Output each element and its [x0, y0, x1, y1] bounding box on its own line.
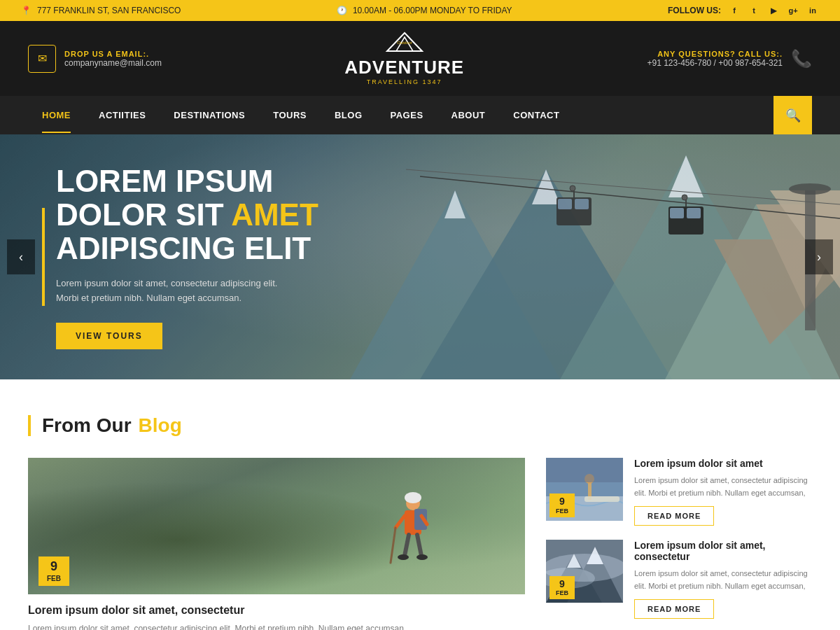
blog-side-content-1: Lorem ipsum dolor sit amet Lorem ipsum d…	[634, 458, 812, 526]
svg-line-34	[417, 535, 421, 556]
blog-side-desc-1: Lorem ipsum dolor sit amet, consectetur …	[634, 475, 812, 499]
blog-title-normal: From Our	[42, 414, 132, 437]
navigation: HOME ACTIITIES DESTINATIONS TOURS BLOG P…	[0, 96, 840, 134]
hero-title: LOREM IPSUM DOLOR SIT AMET ADIPISCING EL…	[56, 164, 318, 266]
blog-section-title: From Our Blog	[28, 414, 812, 437]
clock-icon: 🕐	[337, 6, 347, 15]
nav-tours[interactable]: TOURS	[259, 97, 321, 133]
hiker-illustration	[385, 489, 441, 580]
blog-side-image-2: 9 FEB	[546, 540, 623, 603]
hero-title-line1: LOREM IPSUM	[56, 164, 273, 198]
svg-rect-42	[584, 496, 620, 502]
header-phone: ANY QUESTIONS? CALL US:. +91 123-456-780…	[647, 49, 812, 69]
location-icon: 📍	[21, 6, 31, 15]
email-value: companyname@mail.com	[64, 58, 162, 68]
svg-rect-18	[575, 199, 589, 209]
blog-main-title: Lorem ipsum dolor sit amet, consectetur	[28, 604, 525, 617]
blog-main-desc: Lorem ipsum dolor sit amet, consectetur …	[28, 622, 525, 630]
blog-title-accent: Blog	[139, 414, 182, 437]
blog-main-article: 9 FEB Lorem ipsum dolor sit amet, consec…	[28, 458, 525, 630]
blog-side-month-2: FEB	[552, 589, 573, 597]
hero-illustration	[350, 134, 840, 379]
blog-side-date-1: 9 FEB	[550, 493, 575, 517]
facebook-icon[interactable]: f	[728, 4, 741, 17]
svg-line-14	[406, 169, 840, 204]
phone-icon: 📞	[791, 49, 812, 69]
blog-main-date-badge: 9 FEB	[38, 556, 69, 586]
googleplus-icon[interactable]: g+	[787, 4, 799, 17]
read-more-button-2[interactable]: READ MORE	[634, 599, 714, 619]
hours-text: 10.00AM - 06.00PM MONDAY TO FRIDAY	[353, 6, 512, 15]
hero-title-line2: DOLOR SIT	[56, 197, 231, 232]
svg-rect-17	[558, 199, 572, 209]
hero-section: LOREM IPSUM DOLOR SIT AMET ADIPISCING EL…	[0, 134, 840, 379]
phone-value: +91 123-456-780 / +00 987-654-321	[647, 58, 783, 68]
email-icon: ✉	[28, 45, 56, 73]
nav-items: HOME ACTIITIES DESTINATIONS TOURS BLOG P…	[28, 97, 573, 133]
blog-side-day-2: 9	[552, 578, 573, 590]
email-info: DROP US A EMAIL:. companyname@mail.com	[64, 50, 162, 68]
follow-label: FOLLOW US:	[668, 6, 721, 15]
youtube-icon[interactable]: ▶	[767, 4, 780, 17]
blog-grid: 9 FEB Lorem ipsum dolor sit amet, consec…	[28, 458, 812, 630]
nav-pages[interactable]: PAGES	[377, 97, 438, 133]
nav-about[interactable]: ABOUT	[438, 97, 500, 133]
hero-content: LOREM IPSUM DOLOR SIT AMET ADIPISCING EL…	[0, 164, 374, 350]
logo[interactable]: Outdoor ADVENTURE TRAVELLING 1347	[344, 31, 464, 85]
svg-line-31	[396, 516, 405, 528]
top-bar-social: FOLLOW US: f t ▶ g+ in	[668, 4, 819, 17]
section-title-bar	[28, 415, 31, 436]
svg-point-36	[416, 554, 428, 560]
blog-side-desc-2: Lorem ipsum dolor sit amet, consectetur …	[634, 568, 812, 592]
logo-brand-text: ADVENTURE	[344, 57, 464, 78]
top-bar-address: 📍 777 FRANKLIN ST, SAN FRANCISCO	[21, 6, 181, 15]
top-bar: 📍 777 FRANKLIN ST, SAN FRANCISCO 🕐 10.00…	[0, 0, 840, 21]
nav-blog[interactable]: BLOG	[321, 97, 377, 133]
blog-side-image-1: 9 FEB	[546, 458, 623, 521]
svg-text:Outdoor: Outdoor	[397, 41, 413, 45]
svg-point-28	[405, 492, 421, 503]
phone-info: ANY QUESTIONS? CALL US:. +91 123-456-780…	[647, 50, 783, 68]
hero-description: Lorem ipsum dolor sit amet, consectetur …	[56, 276, 280, 306]
nav-destinations[interactable]: DESTINATIONS	[160, 97, 259, 133]
address-text: 777 FRANKLIN ST, SAN FRANCISCO	[37, 6, 181, 15]
blog-main-day: 9	[41, 559, 66, 575]
nav-home[interactable]: HOME	[28, 97, 85, 133]
blog-side-articles: 9 FEB Lorem ipsum dolor sit amet Lorem i…	[546, 458, 812, 630]
blog-side-date-2: 9 FEB	[550, 576, 575, 600]
blog-side-article-2: 9 FEB Lorem ipsum dolor sit amet, consec…	[546, 540, 812, 619]
header-email: ✉ DROP US A EMAIL:. companyname@mail.com	[28, 45, 162, 73]
linkedin-icon[interactable]: in	[806, 4, 819, 17]
svg-line-37	[391, 528, 396, 563]
svg-point-19	[570, 186, 575, 191]
twitter-icon[interactable]: t	[748, 4, 760, 17]
blog-side-title-2: Lorem ipsum dolor sit amet, consectetur	[634, 540, 812, 562]
view-tours-button[interactable]: VIEW TOURS	[56, 323, 162, 349]
svg-rect-43	[546, 458, 623, 482]
blog-main-month: FEB	[41, 575, 66, 583]
read-more-button-1[interactable]: READ MORE	[634, 506, 714, 526]
blog-section: From Our Blog	[0, 379, 840, 630]
nav-activities[interactable]: ACTIITIES	[85, 97, 160, 133]
mountain-icon: Outdoor	[344, 31, 464, 57]
blog-main-image: 9 FEB	[28, 458, 525, 594]
hero-title-line3: ADIPISCING ELIT	[56, 231, 311, 265]
phone-label: ANY QUESTIONS? CALL US:.	[647, 50, 783, 58]
logo-sub-text: TRAVELLING 1347	[344, 78, 464, 85]
top-bar-hours: 🕐 10.00AM - 06.00PM MONDAY TO FRIDAY	[337, 6, 512, 15]
nav-contact[interactable]: CONTACT	[499, 97, 573, 133]
email-label: DROP US A EMAIL:.	[64, 50, 162, 58]
svg-line-33	[405, 535, 409, 556]
hero-title-accent: AMET	[231, 197, 318, 232]
search-button[interactable]: 🔍	[774, 96, 812, 134]
blog-side-content-2: Lorem ipsum dolor sit amet, consectetur …	[634, 540, 812, 619]
hero-next-button[interactable]: ›	[805, 239, 833, 274]
blog-side-day-1: 9	[552, 496, 573, 507]
blog-main-image-bg	[28, 458, 525, 594]
hero-prev-button[interactable]: ‹	[7, 239, 35, 274]
blog-side-article-1: 9 FEB Lorem ipsum dolor sit amet Lorem i…	[546, 458, 812, 526]
blog-side-title-1: Lorem ipsum dolor sit amet	[634, 458, 812, 469]
blog-side-month-1: FEB	[552, 507, 573, 515]
svg-rect-23	[687, 208, 701, 218]
svg-rect-22	[670, 208, 684, 218]
